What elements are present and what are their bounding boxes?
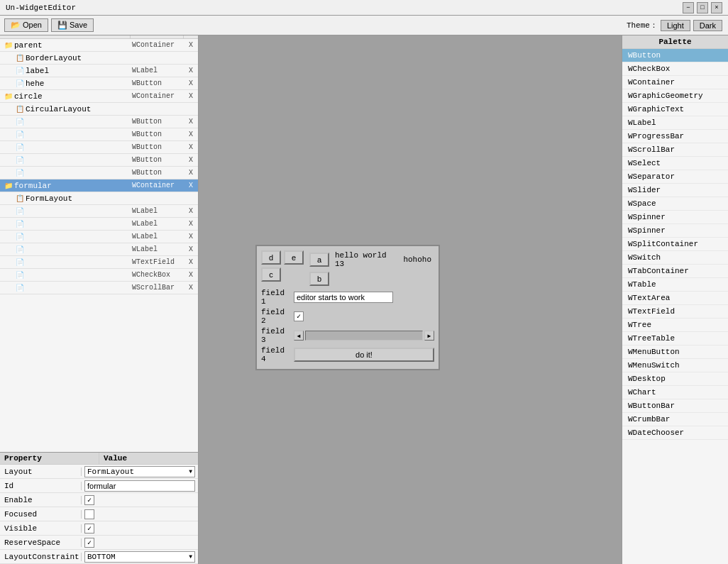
id-input[interactable] xyxy=(84,480,195,492)
tree-row[interactable]: 📄 WLabel X xyxy=(0,218,198,231)
visible-checkbox[interactable] xyxy=(84,524,94,533)
palette-item-wseparator[interactable]: WSeparator xyxy=(622,170,728,184)
preview-btn-a[interactable]: a xyxy=(309,253,329,267)
field3-label: field 3 xyxy=(261,327,292,344)
restore-button[interactable]: □ xyxy=(697,2,708,13)
tree-col-name xyxy=(0,35,131,38)
folder-icon: 📁 xyxy=(4,182,13,190)
tree-row[interactable]: 📋FormLayout xyxy=(0,192,198,205)
theme-light-button[interactable]: Light xyxy=(661,20,690,31)
palette-item-wspace[interactable]: WSpace xyxy=(622,197,728,211)
palette-item-wbutton[interactable]: WButton xyxy=(622,49,728,62)
preview-btn-b[interactable]: b xyxy=(309,272,329,286)
tree-row[interactable]: 📄 WLabel X xyxy=(0,205,198,218)
tree-row[interactable]: 📋BorderLayout xyxy=(0,52,198,65)
palette-item-wtreetable[interactable]: WTreeTable xyxy=(622,332,728,345)
preview-btn-c[interactable]: c xyxy=(261,267,281,282)
prop-layoutconstraint: LayoutConstraint BOTTOM ▼ xyxy=(0,550,198,564)
preview-btn-e[interactable]: e xyxy=(284,250,304,265)
widget-icon: 📄 xyxy=(16,245,24,254)
widget-icon: 📄 xyxy=(16,118,24,126)
prop-reservespace: ReserveSpace xyxy=(0,536,198,550)
field2-checkbox[interactable] xyxy=(294,311,304,321)
field1-input[interactable] xyxy=(294,292,393,303)
tree-row[interactable]: 📄 WButton X xyxy=(0,141,198,154)
palette-item-wspinner1[interactable]: WSpinner xyxy=(622,211,728,224)
close-button[interactable]: × xyxy=(711,2,722,13)
tree-container[interactable]: 📁parent WContainer X 📋BorderLayout 📄labe… xyxy=(0,35,198,452)
theme-dark-button[interactable]: Dark xyxy=(693,20,722,31)
folder-icon: 📁 xyxy=(4,92,13,101)
palette-item-wtabcontainer[interactable]: WTabContainer xyxy=(622,265,728,278)
palette-item-wmenubutton[interactable]: WMenuButton xyxy=(622,345,728,359)
tree-row[interactable]: 📁circle WContainer X xyxy=(0,90,198,103)
palette-header: Palette xyxy=(622,35,728,49)
tree-row[interactable]: 📄 WCheckBox X xyxy=(0,269,198,282)
tree-row[interactable]: 📄 WTextField X xyxy=(0,256,198,269)
tree-row[interactable]: 📄 WButton X xyxy=(0,116,198,128)
palette-item-wcrumbbar[interactable]: WCrumbBar xyxy=(622,413,728,426)
tree-row[interactable]: 📄hehe WButton X xyxy=(0,77,198,90)
palette-item-wslider[interactable]: WSlider xyxy=(622,184,728,197)
layout-icon: 📋 xyxy=(16,105,24,114)
preview-btn-d[interactable]: d xyxy=(261,250,281,265)
tree-row[interactable]: 📋CircularLayout xyxy=(0,103,198,116)
right-panel: Palette WButton WCheckBox WContainer WGr… xyxy=(622,35,728,564)
widget-icon: 📄 xyxy=(16,207,24,216)
focused-checkbox[interactable] xyxy=(84,509,94,519)
palette-item-wdatechooser[interactable]: WDateChooser xyxy=(622,426,728,440)
tree-row[interactable]: 📄 WScrollBar X xyxy=(0,282,198,294)
palette-item-wgraphicgeometry[interactable]: WGraphicGeometry xyxy=(622,89,728,103)
palette-item-wsplitcontainer[interactable]: WSplitContainer xyxy=(622,238,728,251)
widget-icon: 📄 xyxy=(16,143,24,152)
theme-controls: Theme： Light Dark xyxy=(621,20,728,31)
scrollbar-right-icon[interactable]: ▶ xyxy=(424,331,434,341)
tree-row[interactable]: 📄 WButton X xyxy=(0,128,198,141)
palette-item-wtree[interactable]: WTree xyxy=(622,319,728,332)
tree-row[interactable]: 📄 WLabel X xyxy=(0,231,198,243)
palette-item-wlabel[interactable]: WLabel xyxy=(622,116,728,130)
palette-item-wtable[interactable]: WTable xyxy=(622,278,728,292)
prop-enable: Enable xyxy=(0,493,198,507)
canvas[interactable]: d e c a hello world 13 hohoho b xyxy=(199,35,622,564)
palette-item-wselect[interactable]: WSelect xyxy=(622,157,728,170)
palette-list: WButton WCheckBox WContainer WGraphicGeo… xyxy=(622,49,728,564)
enable-checkbox[interactable] xyxy=(84,495,94,505)
scrollbar-left-icon[interactable]: ◀ xyxy=(294,331,304,341)
tree-col-type xyxy=(131,35,184,38)
tree-row[interactable]: 📄 WButton X xyxy=(0,167,198,179)
palette-item-wspinner2[interactable]: WSpinner xyxy=(622,224,728,238)
properties-panel: Property Value Layout FormLayout ▼ Id xyxy=(0,452,198,564)
tree-row[interactable]: 📄 WLabel X xyxy=(0,243,198,256)
layout-dropdown[interactable]: FormLayout ▼ xyxy=(84,466,195,477)
layout-icon: 📋 xyxy=(16,54,24,62)
scrollbar-track[interactable] xyxy=(305,331,423,341)
tree-row-selected[interactable]: 📁formular WContainer X xyxy=(0,179,198,192)
save-button[interactable]: 💾 Save xyxy=(51,18,94,32)
palette-item-wtextarea[interactable]: WTextArea xyxy=(622,292,728,305)
palette-item-wcheckbox[interactable]: WCheckBox xyxy=(622,62,728,76)
widget-icon: 📄 xyxy=(16,156,24,165)
palette-item-wtextfield[interactable]: WTextField xyxy=(622,305,728,319)
app-title: Un-WidgetEditor xyxy=(6,4,76,12)
open-button[interactable]: 📂 Open xyxy=(4,18,48,32)
widget-icon: 📄 xyxy=(16,169,24,177)
widget-icon: 📄 xyxy=(16,271,24,280)
field4-button[interactable]: do it! xyxy=(294,348,434,362)
palette-item-wscrollbar[interactable]: WScrollBar xyxy=(622,143,728,157)
tree-row[interactable]: 📁parent WContainer X xyxy=(0,39,198,52)
tree-row[interactable]: 📄label WLabel X xyxy=(0,65,198,77)
palette-item-wdesktop[interactable]: WDesktop xyxy=(622,372,728,386)
layoutconstraint-dropdown[interactable]: BOTTOM ▼ xyxy=(84,551,195,563)
tree-row[interactable]: 📄 WButton X xyxy=(0,154,198,167)
reservespace-checkbox[interactable] xyxy=(84,538,94,548)
palette-item-wcontainer[interactable]: WContainer xyxy=(622,76,728,89)
palette-item-wbuttonbar[interactable]: WButtonBar xyxy=(622,399,728,413)
palette-item-wmenuswitch[interactable]: WMenuSwitch xyxy=(622,359,728,372)
palette-item-wchart[interactable]: WChart xyxy=(622,386,728,399)
palette-item-wprogressbar[interactable]: WProgressBar xyxy=(622,130,728,143)
minimize-button[interactable]: − xyxy=(683,2,694,13)
palette-item-wswitch[interactable]: WSwitch xyxy=(622,251,728,265)
palette-item-wgraphictext[interactable]: WGraphicText xyxy=(622,103,728,116)
field4-label: field 4 xyxy=(261,346,292,363)
